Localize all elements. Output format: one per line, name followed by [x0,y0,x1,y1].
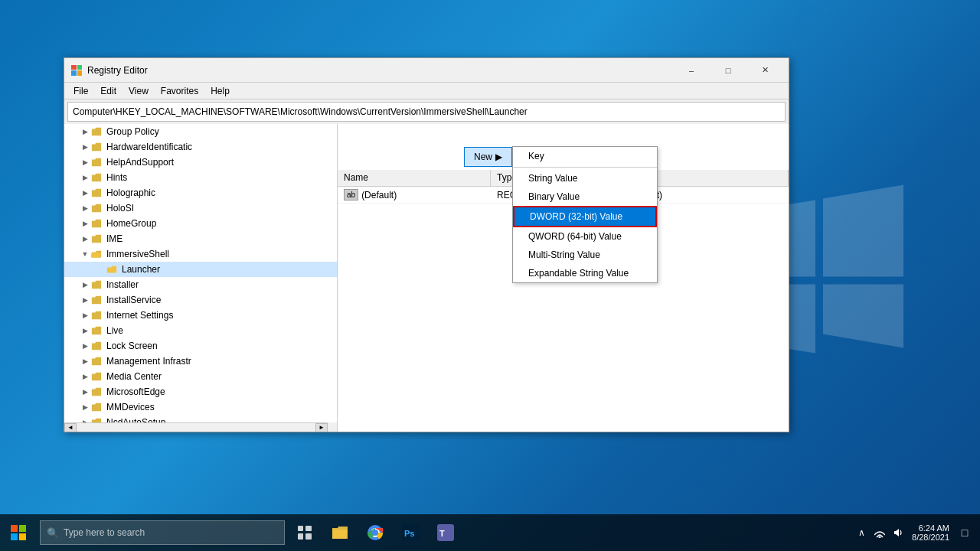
new-menu-button[interactable]: New ▶ [464,147,512,167]
tree-horizontal-scrollbar[interactable]: ◄ ► [64,422,328,432]
svg-text:Ps: Ps [404,529,414,538]
registry-editor-window: Registry Editor – □ ✕ File Edit View Fav… [64,57,789,432]
scroll-left-arrow[interactable]: ◄ [64,423,77,432]
window-controls: – □ ✕ [674,58,782,83]
file-explorer-button[interactable] [323,514,357,551]
tree-item-label: HardwareIdentificatic [106,142,192,152]
volume-icon[interactable] [890,525,906,540]
tree-panel: ▶ Group Policy ▶ HardwareIdentificatic ▶ [64,124,338,432]
expand-icon: ▶ [80,310,90,321]
tree-item-label: Hints [106,172,127,183]
tree-item-hardwareid[interactable]: ▶ HardwareIdentificatic [64,139,337,155]
photoshop-button[interactable]: Ps [394,514,427,551]
chrome-icon [367,524,384,541]
expand-icon: ▶ [80,325,90,336]
tree-item-installservice[interactable]: ▶ InstallService [64,292,337,308]
main-content: ▶ Group Policy ▶ HardwareIdentificatic ▶ [64,124,789,432]
minimize-button[interactable]: – [674,58,709,83]
menu-view[interactable]: View [122,84,155,98]
expand-icon: ▶ [80,157,90,168]
notification-button[interactable]: □ [956,514,974,551]
expand-icon: ▶ [80,187,90,198]
tree-item-label: MMDevices [106,402,155,412]
tree-item-launcher[interactable]: Launcher [64,262,337,277]
chevron-up-icon[interactable]: ∧ [854,525,869,540]
tree-item-mmdevices[interactable]: ▶ MMDevices [64,399,337,415]
expand-icon: ▶ [80,371,90,382]
teams-button[interactable]: T [429,514,462,551]
tree-item-label: Lock Screen [106,341,158,351]
scroll-right-arrow[interactable]: ► [315,423,328,432]
tree-item-live[interactable]: ▶ Live [64,323,337,338]
expand-icon: ▶ [80,295,90,305]
tree-item-group-policy[interactable]: ▶ Group Policy [64,124,337,139]
folder-icon [91,126,103,138]
folder-icon [91,370,103,383]
submenu-binary-value[interactable]: Binary Value [513,187,657,206]
tree-item-internet-settings[interactable]: ▶ Internet Settings [64,308,337,323]
tree-item-label: HoloSI [106,203,134,214]
folder-icon [91,324,103,337]
taskbar-apps: Ps T [288,514,462,551]
submenu-key[interactable]: Key [513,147,657,165]
taskview-button[interactable] [288,514,322,551]
windows-logo-icon [11,525,26,540]
folder-icon [91,202,103,214]
tree-item-hints[interactable]: ▶ Hints [64,170,337,185]
folder-icon [91,217,103,230]
tree-item-helpandsupport[interactable]: ▶ HelpAndSupport [64,155,337,170]
svg-rect-3 [11,533,18,540]
tree-item-installer[interactable]: ▶ Installer [64,277,337,292]
svg-point-16 [879,536,881,539]
expand-icon: ▶ [80,402,90,412]
title-bar: Registry Editor – □ ✕ [64,58,789,83]
tree-item-holographic[interactable]: ▶ Holographic [64,185,337,201]
svg-rect-4 [19,533,26,540]
tree-item-microsoftedge[interactable]: ▶ MicrosoftEdge [64,384,337,399]
expand-icon: ▶ [80,203,90,214]
svg-rect-2 [19,525,26,532]
tree-item-immersiveshell[interactable]: ▼ ImmersiveShell [64,246,337,262]
svg-rect-5 [298,526,303,531]
address-bar[interactable]: Computer\HKEY_LOCAL_MACHINE\SOFTWARE\Mic… [67,102,786,122]
tree-item-lock-screen[interactable]: ▶ Lock Screen [64,338,337,354]
svg-text:T: T [439,529,445,538]
chrome-button[interactable] [358,514,392,551]
submenu-qword-value[interactable]: QWORD (64-bit) Value [513,227,657,246]
tree-item-label: Group Policy [106,126,159,137]
folder-icon [91,279,103,291]
close-button[interactable]: ✕ [747,58,782,83]
expand-icon: ▶ [80,172,90,183]
start-button[interactable] [0,514,37,551]
system-tray: ∧ 6:24 AM 8/28/2021 □ [848,514,980,551]
folder-icon [91,171,103,184]
folder-icon [106,263,119,276]
menu-file[interactable]: File [67,84,94,98]
menu-edit[interactable]: Edit [94,84,122,98]
network-icon[interactable] [872,525,887,540]
maximize-button[interactable]: □ [710,58,746,83]
submenu-multistring-value[interactable]: Multi-String Value [513,246,657,264]
tree-item-homegroup[interactable]: ▶ HomeGroup [64,216,337,231]
menu-help[interactable]: Help [204,84,236,98]
teams-icon: T [437,524,454,541]
network-status-icon [874,527,885,538]
clock-display[interactable]: 6:24 AM 8/28/2021 [909,523,952,542]
submenu-expandable-value[interactable]: Expandable String Value [513,264,657,282]
tree-scroll[interactable]: ▶ Group Policy ▶ HardwareIdentificatic ▶ [64,124,337,432]
submenu-dword-value[interactable]: DWORD (32-bit) Value [513,206,657,227]
tree-item-label: InstallService [106,295,161,305]
tree-item-ime[interactable]: ▶ IME [64,231,337,246]
tree-item-holosi[interactable]: ▶ HoloSI [64,201,337,216]
tree-item-label: Management Infrastr [106,356,191,367]
search-bar[interactable]: 🔍 Type here to search [40,520,285,545]
submenu-string-value[interactable]: String Value [513,169,657,187]
tree-item-media-center[interactable]: ▶ Media Center [64,369,337,384]
tree-item-management[interactable]: ▶ Management Infrastr [64,354,337,369]
expand-icon: ▶ [80,142,90,152]
file-explorer-icon [331,523,349,542]
new-menu-label: New [474,152,492,162]
search-icon: 🔍 [47,527,59,539]
photoshop-icon: Ps [402,524,419,541]
menu-favorites[interactable]: Favorites [155,84,204,98]
